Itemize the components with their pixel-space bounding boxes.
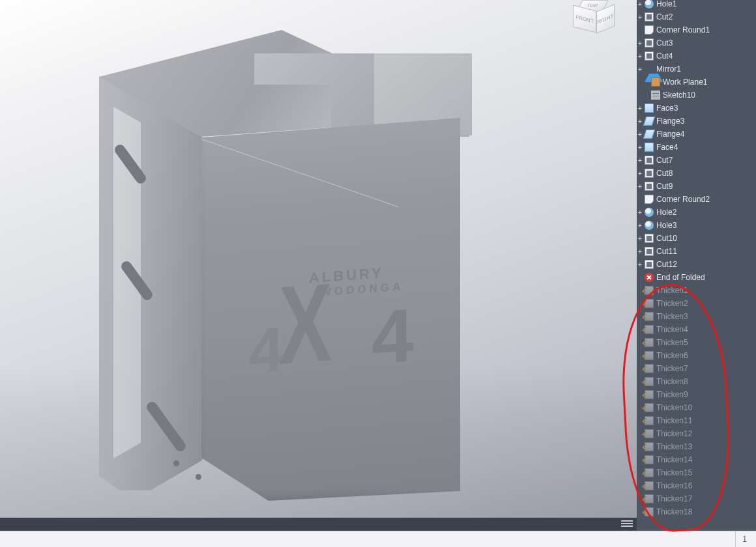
browser-item-label: Flange3 bbox=[656, 115, 684, 128]
expander-icon[interactable]: + bbox=[637, 63, 643, 76]
browser-item-thicken12[interactable]: Thicken12 bbox=[637, 427, 756, 440]
browser-item-hole3[interactable]: +Hole3 bbox=[637, 219, 756, 232]
browser-item-end-of-folded[interactable]: End of Folded bbox=[637, 271, 756, 284]
browser-item-mirror1[interactable]: +Mirror1 bbox=[637, 63, 756, 76]
thick-icon bbox=[645, 468, 654, 477]
thick-icon bbox=[645, 455, 654, 464]
browser-item-label: Corner Round2 bbox=[656, 193, 710, 206]
browser-item-flange4[interactable]: +Flange4 bbox=[637, 128, 756, 141]
cut-icon bbox=[645, 12, 654, 21]
browser-item-label: Thicken13 bbox=[656, 440, 692, 453]
expander-icon[interactable]: + bbox=[637, 36, 643, 49]
browser-item-label: Thicken7 bbox=[656, 362, 688, 375]
browser-item-label: Thicken14 bbox=[656, 453, 692, 466]
expander-icon[interactable]: + bbox=[637, 49, 643, 63]
browser-item-label: Thicken3 bbox=[656, 310, 688, 323]
model-browser-panel[interactable]: +Hole1+Cut2Corner Round1+Cut3+Cut4+Mirro… bbox=[637, 0, 756, 531]
browser-item-corner-round2[interactable]: Corner Round2 bbox=[637, 193, 756, 206]
browser-item-thicken9[interactable]: Thicken9 bbox=[637, 388, 756, 401]
cut-icon bbox=[645, 234, 654, 243]
browser-item-cut11[interactable]: +Cut11 bbox=[637, 245, 756, 258]
browser-item-thicken18[interactable]: Thicken18 bbox=[637, 505, 756, 518]
browser-item-thicken7[interactable]: Thicken7 bbox=[637, 362, 756, 375]
browser-item-thicken3[interactable]: Thicken3 bbox=[637, 310, 756, 323]
browser-item-cut12[interactable]: +Cut12 bbox=[637, 258, 756, 271]
sketch-icon bbox=[651, 91, 660, 100]
browser-item-face4[interactable]: +Face4 bbox=[637, 141, 756, 154]
browser-item-thicken13[interactable]: Thicken13 bbox=[637, 440, 756, 453]
browser-item-cut8[interactable]: +Cut8 bbox=[637, 167, 756, 180]
thick-icon bbox=[645, 481, 654, 490]
browser-item-work-plane1[interactable]: Work Plane1 bbox=[637, 76, 756, 89]
expander-icon[interactable]: + bbox=[637, 245, 643, 258]
browser-item-thicken10[interactable]: Thicken10 bbox=[637, 401, 756, 414]
expander-icon[interactable]: + bbox=[637, 0, 643, 10]
browser-item-thicken6[interactable]: Thicken6 bbox=[637, 349, 756, 362]
browser-item-label: Thicken8 bbox=[656, 375, 688, 388]
browser-item-hole1[interactable]: +Hole1 bbox=[637, 0, 756, 10]
browser-item-thicken4[interactable]: Thicken4 bbox=[637, 323, 756, 336]
thick-icon bbox=[645, 338, 654, 347]
browser-item-corner-round1[interactable]: Corner Round1 bbox=[637, 23, 756, 36]
browser-item-thicken1[interactable]: Thicken1 bbox=[637, 284, 756, 297]
browser-item-label: Mirror1 bbox=[656, 63, 681, 76]
viewcube[interactable]: TOP RIGHT FRONT bbox=[570, 0, 617, 43]
face-icon bbox=[645, 104, 654, 113]
thick-icon bbox=[645, 377, 654, 386]
browser-item-hole2[interactable]: +Hole2 bbox=[637, 206, 756, 219]
thick-icon bbox=[645, 299, 654, 308]
expander-icon[interactable]: + bbox=[637, 206, 643, 219]
face-icon bbox=[645, 143, 654, 152]
browser-item-cut7[interactable]: +Cut7 bbox=[637, 154, 756, 167]
expander-icon[interactable]: + bbox=[637, 10, 643, 23]
expander-icon[interactable]: + bbox=[637, 167, 643, 180]
logo-4-right: 4 bbox=[371, 291, 414, 382]
browser-item-thicken11[interactable]: Thicken11 bbox=[637, 414, 756, 427]
browser-item-label: Thicken12 bbox=[656, 427, 692, 440]
thick-icon bbox=[645, 507, 654, 516]
expander-icon[interactable]: + bbox=[637, 154, 643, 167]
expander-icon[interactable]: + bbox=[637, 128, 643, 141]
browser-item-cut4[interactable]: +Cut4 bbox=[637, 49, 756, 63]
cut-icon bbox=[645, 51, 654, 61]
browser-item-cut10[interactable]: +Cut10 bbox=[637, 232, 756, 245]
browser-item-label: Hole3 bbox=[656, 219, 676, 232]
browser-item-face3[interactable]: +Face3 bbox=[637, 102, 756, 115]
browser-item-thicken17[interactable]: Thicken17 bbox=[637, 492, 756, 505]
expander-icon[interactable]: + bbox=[637, 219, 643, 232]
thick-icon bbox=[645, 494, 654, 503]
3d-viewport[interactable]: ALBURY WODONGA 4 X 4 TOP RIGHT FRONT bbox=[0, 0, 637, 518]
browser-item-cut2[interactable]: +Cut2 bbox=[637, 10, 756, 23]
browser-item-label: Cut3 bbox=[656, 36, 673, 49]
browser-item-thicken8[interactable]: Thicken8 bbox=[637, 375, 756, 388]
browser-item-thicken15[interactable]: Thicken15 bbox=[637, 466, 756, 479]
expander-icon[interactable]: + bbox=[637, 258, 643, 271]
thick-icon bbox=[645, 312, 654, 321]
thick-icon bbox=[645, 390, 654, 399]
hamburger-icon[interactable] bbox=[621, 519, 633, 528]
browser-item-label: Flange4 bbox=[656, 128, 684, 141]
viewport-bottom-bar bbox=[0, 518, 637, 531]
browser-item-label: Cut7 bbox=[656, 154, 673, 167]
expander-icon[interactable]: + bbox=[637, 115, 643, 128]
browser-item-sketch10[interactable]: Sketch10 bbox=[637, 89, 756, 102]
end-icon bbox=[645, 273, 654, 282]
expander-icon[interactable]: + bbox=[637, 141, 643, 154]
cut-icon bbox=[645, 247, 654, 256]
browser-item-thicken16[interactable]: Thicken16 bbox=[637, 479, 756, 492]
browser-item-thicken2[interactable]: Thicken2 bbox=[637, 297, 756, 310]
browser-item-cut3[interactable]: +Cut3 bbox=[637, 36, 756, 49]
browser-item-label: Hole1 bbox=[656, 0, 676, 10]
round-icon bbox=[645, 195, 654, 204]
expander-icon[interactable]: + bbox=[637, 102, 643, 115]
expander-icon[interactable]: + bbox=[637, 180, 643, 193]
browser-item-thicken5[interactable]: Thicken5 bbox=[637, 336, 756, 349]
browser-item-label: Thicken18 bbox=[656, 505, 692, 518]
expander-icon[interactable]: + bbox=[637, 232, 643, 245]
status-bar: 1 bbox=[0, 531, 756, 547]
browser-item-cut9[interactable]: +Cut9 bbox=[637, 180, 756, 193]
thick-icon bbox=[645, 351, 654, 360]
browser-item-thicken14[interactable]: Thicken14 bbox=[637, 453, 756, 466]
browser-item-flange3[interactable]: +Flange3 bbox=[637, 115, 756, 128]
browser-item-label: Cut2 bbox=[656, 10, 673, 23]
